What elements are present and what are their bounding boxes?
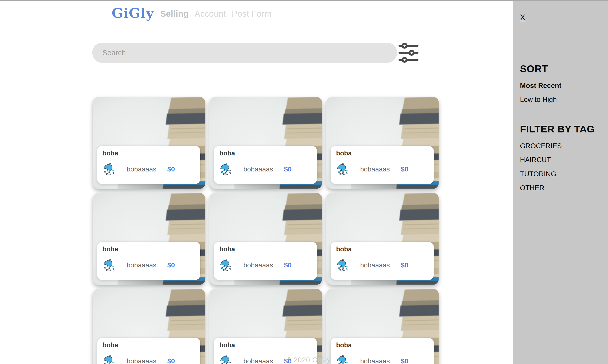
card-price: $0 — [401, 165, 408, 173]
header: GiGly Selling Account Post Form — [112, 6, 272, 20]
nav-post-form[interactable]: Post Form — [232, 9, 272, 19]
card-detail-row: bobaaaas $0 — [336, 259, 428, 272]
dolphin-icon — [103, 259, 116, 272]
card-price: $0 — [167, 165, 175, 173]
card-seller: bobaaaas — [127, 261, 156, 269]
nav-selling[interactable]: Selling — [160, 9, 189, 19]
tag-tutoring[interactable]: TUTORING — [520, 170, 604, 178]
sort-heading: SORT — [520, 63, 604, 74]
close-sidebar-button[interactable]: X — [520, 13, 525, 22]
filter-sidebar: X SORT Most Recent Low to High FILTER BY… — [513, 0, 608, 364]
listing-card[interactable]: boba bobaaaas $0 — [93, 289, 205, 364]
card-seller: bobaaaas — [127, 165, 156, 173]
listing-card[interactable]: boba bobaaaas $0 — [326, 97, 439, 189]
card-grid: boba bobaaaas $0 boba bobaaaas $0 boba b… — [93, 97, 439, 364]
logo[interactable]: GiGly — [112, 6, 154, 20]
card-detail-row: bobaaaas $0 — [336, 163, 428, 176]
top-border — [0, 0, 608, 1]
card-seller: bobaaaas — [360, 357, 390, 364]
card-title: boba — [219, 246, 311, 253]
card-title: boba — [336, 150, 428, 157]
card-seller: bobaaaas — [127, 357, 156, 364]
listing-card[interactable]: boba bobaaaas $0 — [326, 193, 439, 285]
listing-card[interactable]: boba bobaaaas $0 — [93, 97, 205, 189]
card-seller: bobaaaas — [360, 261, 390, 269]
listing-info-panel: boba bobaaaas $0 — [214, 242, 317, 280]
card-detail-row: bobaaaas $0 — [219, 259, 311, 272]
card-detail-row: bobaaaas $0 — [219, 163, 311, 176]
card-seller: bobaaaas — [243, 165, 273, 173]
listing-info-panel: boba bobaaaas $0 — [331, 146, 434, 184]
card-title: boba — [103, 246, 195, 253]
footer-copyright: © 2020 GiGly — [286, 356, 331, 364]
card-title: boba — [336, 341, 428, 349]
dolphin-icon — [103, 163, 116, 176]
dolphin-icon — [219, 259, 232, 272]
card-price: $0 — [401, 261, 408, 269]
tag-groceries[interactable]: GROCERIES — [520, 142, 604, 150]
tag-haircut[interactable]: HAIRCUT — [520, 156, 604, 164]
card-detail-row: bobaaaas $0 — [103, 163, 195, 176]
listing-card[interactable]: boba bobaaaas $0 — [326, 289, 439, 364]
filter-sliders-icon[interactable] — [398, 42, 419, 63]
card-price: $0 — [167, 357, 175, 364]
card-title: boba — [219, 341, 311, 349]
listing-info-panel: boba bobaaaas $0 — [214, 146, 317, 184]
card-detail-row: bobaaaas $0 — [336, 354, 428, 364]
filter-by-tag-heading: FILTER BY TAG — [520, 124, 604, 135]
card-seller: bobaaaas — [243, 261, 273, 269]
listing-card[interactable]: boba bobaaaas $0 — [93, 193, 205, 285]
dolphin-icon — [219, 163, 232, 176]
card-title: boba — [219, 150, 311, 157]
listing-card[interactable]: boba bobaaaas $0 — [209, 97, 322, 189]
card-title: boba — [103, 150, 195, 157]
card-detail-row: bobaaaas $0 — [103, 354, 195, 364]
card-seller: bobaaaas — [243, 357, 273, 364]
main-nav: Selling Account Post Form — [160, 8, 272, 19]
sort-option-most-recent[interactable]: Most Recent — [520, 82, 604, 90]
listing-info-panel: boba bobaaaas $0 — [97, 146, 200, 184]
dolphin-icon — [103, 354, 116, 364]
dolphin-icon — [336, 163, 349, 176]
nav-account[interactable]: Account — [195, 9, 226, 19]
listing-info-panel: boba bobaaaas $0 — [331, 242, 434, 280]
card-title: boba — [336, 246, 428, 253]
listing-info-panel: boba bobaaaas $0 — [331, 338, 434, 364]
card-detail-row: bobaaaas $0 — [103, 259, 195, 272]
listing-card[interactable]: boba bobaaaas $0 — [209, 289, 322, 364]
card-price: $0 — [284, 165, 292, 173]
sort-option-low-to-high[interactable]: Low to High — [520, 96, 604, 103]
dolphin-icon — [336, 354, 349, 364]
card-price: $0 — [167, 261, 175, 269]
listing-card[interactable]: boba bobaaaas $0 — [209, 193, 322, 285]
listing-info-panel: boba bobaaaas $0 — [97, 242, 200, 280]
card-price: $0 — [401, 357, 408, 364]
search-input[interactable] — [92, 43, 397, 63]
listing-info-panel: boba bobaaaas $0 — [97, 338, 200, 364]
tag-other[interactable]: OTHER — [520, 184, 604, 192]
dolphin-icon — [219, 354, 232, 364]
card-price: $0 — [284, 261, 292, 269]
card-title: boba — [103, 341, 195, 349]
card-seller: bobaaaas — [360, 165, 390, 173]
dolphin-icon — [336, 259, 349, 272]
search-row — [92, 42, 419, 63]
